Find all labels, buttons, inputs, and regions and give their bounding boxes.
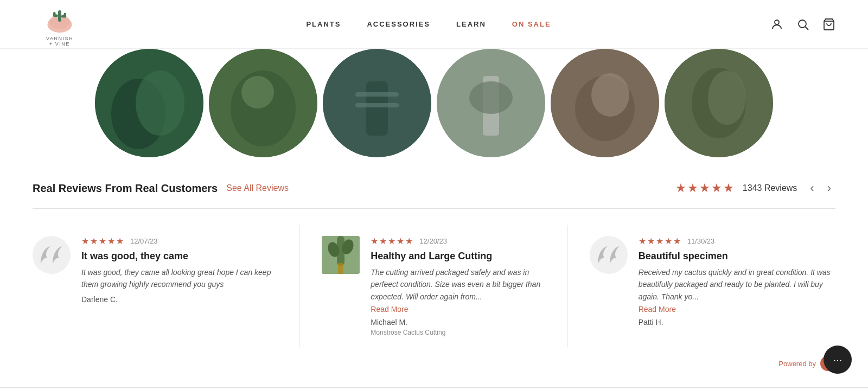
nav-accessories[interactable]: ACCESSORIES	[367, 20, 430, 28]
svg-rect-20	[355, 103, 399, 107]
review-avatar-3	[590, 236, 628, 274]
review-nav-arrows: ‹ ›	[806, 179, 835, 197]
chat-bubble-icon: ···	[833, 354, 843, 366]
reviews-section: Real Reviews From Real Customers See All…	[0, 157, 868, 388]
logo-text: VARNISH + VINE	[46, 36, 73, 47]
svg-rect-34	[338, 263, 343, 274]
review-read-more-3[interactable]: Read More	[639, 305, 835, 314]
review-date-2: 12/20/23	[419, 237, 447, 245]
review-content-3: ★ ★ ★ ★ ★ 11/30/23 Beautiful specimen Re…	[639, 236, 835, 327]
review-avatar-1	[33, 236, 71, 274]
plant-circle-2[interactable]	[209, 49, 317, 157]
review-top-2: ★ ★ ★ ★ ★ 12/20/23	[371, 236, 545, 246]
best-sellers-section: Shop our Best Sellers SHOP NOW →	[0, 388, 868, 390]
plant-circle-3[interactable]	[323, 49, 431, 157]
svg-point-16	[241, 76, 274, 108]
review-title-1: It was good, they came	[81, 251, 278, 262]
review-card-3: ★ ★ ★ ★ ★ 11/30/23 Beautiful specimen Re…	[568, 225, 835, 347]
search-icon[interactable]	[796, 18, 809, 31]
review-date-3: 11/30/23	[687, 237, 715, 245]
review-card-2: ★ ★ ★ ★ ★ 12/20/23 Healthy and Large Cut…	[300, 225, 567, 347]
review-next-arrow[interactable]: ›	[823, 179, 835, 197]
review-top-3: ★ ★ ★ ★ ★ 11/30/23	[639, 236, 835, 246]
svg-rect-19	[355, 92, 399, 97]
svg-point-7	[775, 20, 779, 24]
logo[interactable]: VARNISH + VINE	[33, 2, 87, 47]
review-author-2: Michael M.	[371, 318, 545, 327]
chat-bubble[interactable]: ···	[824, 346, 852, 374]
star-2: ★	[687, 181, 698, 195]
review-card-1: ★ ★ ★ ★ ★ 12/07/23 It was good, they cam…	[33, 225, 300, 347]
svg-rect-18	[366, 81, 388, 136]
review-body-2: The cutting arrived packaged safely and …	[371, 266, 545, 303]
review-stars-3: ★ ★ ★ ★ ★	[639, 236, 681, 246]
plant-circle-1[interactable]	[95, 49, 203, 157]
star-3: ★	[699, 181, 710, 195]
review-card-3-inner: ★ ★ ★ ★ ★ 11/30/23 Beautiful specimen Re…	[590, 236, 835, 327]
review-date-1: 12/07/23	[130, 237, 158, 245]
review-top-1: ★ ★ ★ ★ ★ 12/07/23	[81, 236, 278, 246]
review-product-2: Monstrose Cactus Cutting	[371, 329, 545, 336]
plant-circle-5[interactable]	[551, 49, 659, 157]
plant-circle-4[interactable]	[437, 49, 545, 157]
review-stars-1: ★ ★ ★ ★ ★	[81, 236, 124, 246]
svg-rect-6	[64, 12, 67, 17]
svg-point-13	[136, 71, 184, 136]
review-content-1: ★ ★ ★ ★ ★ 12/07/23 It was good, they cam…	[81, 236, 278, 304]
reviews-heading: Real Reviews From Real Customers	[33, 182, 218, 195]
powered-by: Powered by g	[33, 356, 835, 371]
nav-plants[interactable]: PLANTS	[306, 20, 341, 28]
review-author-1: Darlene C.	[81, 295, 278, 304]
svg-point-8	[799, 20, 806, 28]
reviews-header: Real Reviews From Real Customers See All…	[33, 179, 835, 209]
header-icons	[770, 18, 835, 31]
review-title-2: Healthy and Large Cutting	[371, 251, 545, 262]
review-content-2: ★ ★ ★ ★ ★ 12/20/23 Healthy and Large Cut…	[371, 236, 545, 336]
see-all-reviews-link[interactable]: See All Reviews	[226, 183, 289, 193]
star-1: ★	[675, 181, 686, 195]
review-avatar-2	[322, 236, 360, 274]
svg-line-9	[806, 27, 809, 30]
svg-rect-4	[53, 12, 56, 17]
review-author-3: Patti H.	[639, 318, 835, 327]
main-nav: PLANTS ACCESSORIES LEARN ON SALE	[306, 20, 551, 28]
svg-point-23	[469, 81, 513, 114]
star-4: ★	[711, 181, 722, 195]
cart-icon[interactable]	[822, 18, 835, 31]
reviews-count: 1343 Reviews	[743, 183, 797, 193]
review-stars-2: ★ ★ ★ ★ ★	[371, 236, 413, 246]
logo-icon	[43, 2, 76, 35]
review-prev-arrow[interactable]: ‹	[806, 179, 818, 197]
svg-point-26	[591, 73, 629, 117]
reviews-title-group: Real Reviews From Real Customers See All…	[33, 182, 289, 195]
header: VARNISH + VINE PLANTS ACCESSORIES LEARN …	[0, 0, 868, 49]
plant-circles-row	[0, 49, 868, 157]
account-icon[interactable]	[770, 18, 783, 31]
star-5: ★	[723, 181, 734, 195]
plant-circle-6[interactable]	[665, 49, 773, 157]
review-read-more-2[interactable]: Read More	[371, 305, 545, 314]
nav-on-sale[interactable]: ON SALE	[512, 20, 551, 28]
nav-learn[interactable]: LEARN	[456, 20, 486, 28]
review-body-3: Received my cactus quickly and in great …	[639, 266, 835, 303]
overall-stars: ★ ★ ★ ★ ★	[675, 181, 734, 195]
powered-by-label: Powered by	[778, 360, 816, 368]
reviews-summary: ★ ★ ★ ★ ★ 1343 Reviews ‹ ›	[675, 179, 835, 197]
reviews-grid: ★ ★ ★ ★ ★ 12/07/23 It was good, they cam…	[33, 225, 835, 347]
review-body-1: It was good, they came all looking great…	[81, 266, 278, 291]
svg-point-29	[708, 71, 746, 125]
svg-rect-2	[58, 10, 61, 22]
review-title-3: Beautiful specimen	[639, 251, 835, 262]
review-card-1-inner: ★ ★ ★ ★ ★ 12/07/23 It was good, they cam…	[33, 236, 278, 304]
review-card-2-inner: ★ ★ ★ ★ ★ 12/20/23 Healthy and Large Cut…	[322, 236, 545, 336]
